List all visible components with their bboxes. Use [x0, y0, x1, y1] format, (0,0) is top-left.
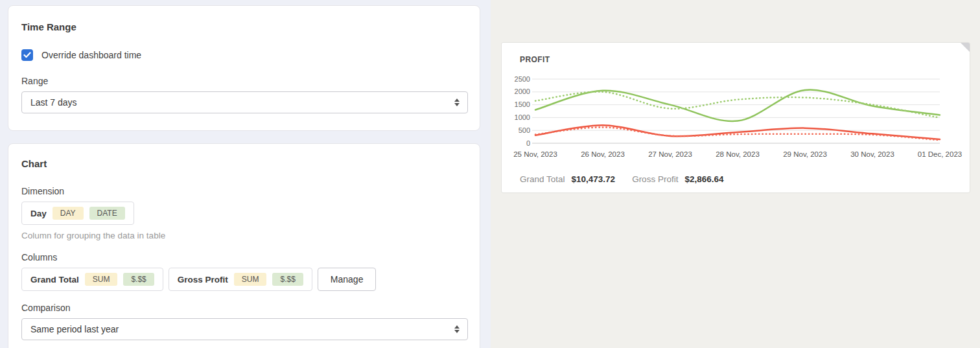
comparison-select[interactable]: Same period last year	[21, 318, 468, 340]
manage-columns-button[interactable]: Manage	[318, 268, 377, 291]
svg-text:2000: 2000	[515, 87, 530, 95]
svg-text:1000: 1000	[515, 113, 530, 121]
chart-settings-card: Chart Dimension Day DAY DATE Column for …	[8, 143, 480, 348]
dimension-chip-day[interactable]: Day DAY DATE	[21, 202, 134, 225]
summary-value: $10,473.72	[572, 174, 616, 184]
svg-text:0: 0	[526, 139, 530, 147]
comparison-select-value: Same period last year	[30, 324, 119, 334]
dimension-help-text: Column for grouping the data in table	[21, 231, 467, 240]
columns-label: Columns	[21, 252, 467, 262]
svg-text:27 Nov, 2023: 27 Nov, 2023	[648, 150, 692, 158]
comparison-label: Comparison	[21, 303, 467, 313]
summary-label: Grand Total	[520, 174, 565, 184]
column-chip-name: Grand Total	[30, 275, 79, 284]
settings-pane: Time Range Override dashboard time Range…	[0, 0, 491, 348]
summary-gross-profit: Gross Profit $2,866.64	[632, 174, 723, 184]
dimension-label: Dimension	[21, 186, 467, 196]
svg-text:2500: 2500	[515, 75, 530, 83]
column-agg-badge: SUM	[85, 273, 118, 286]
column-chip-gross-profit[interactable]: Gross Profit SUM $.$$	[169, 268, 312, 291]
column-chip-name: Gross Profit	[178, 275, 228, 284]
override-dashboard-time-checkbox[interactable]	[21, 49, 33, 61]
columns-section: Columns Grand Total SUM $.$$ Gross Profi…	[21, 252, 467, 291]
time-range-title: Time Range	[21, 21, 467, 32]
range-select-value: Last 7 days	[30, 97, 77, 108]
dimension-format-badge: DATE	[89, 207, 125, 220]
time-range-card: Time Range Override dashboard time Range…	[8, 5, 480, 131]
svg-text:25 Nov, 2023: 25 Nov, 2023	[513, 150, 557, 158]
chart-settings-title: Chart	[21, 158, 467, 169]
override-dashboard-time-row: Override dashboard time	[21, 49, 467, 61]
updown-arrows-icon	[454, 99, 460, 106]
range-select[interactable]: Last 7 days	[21, 91, 468, 113]
svg-text:28 Nov, 2023: 28 Nov, 2023	[716, 150, 760, 158]
svg-text:1500: 1500	[515, 100, 530, 108]
svg-text:26 Nov, 2023: 26 Nov, 2023	[581, 150, 625, 158]
column-format-badge: $.$$	[272, 273, 303, 286]
svg-text:29 Nov, 2023: 29 Nov, 2023	[783, 150, 827, 158]
column-agg-badge: SUM	[234, 273, 267, 286]
override-dashboard-time-label: Override dashboard time	[41, 50, 141, 60]
svg-text:01 Dec, 2023: 01 Dec, 2023	[918, 150, 962, 158]
fold-corner-decoration	[961, 43, 970, 52]
profit-widget-card: PROFIT 0500100015002000250025 Nov, 20232…	[501, 42, 970, 193]
profit-widget-title: PROFIT	[520, 55, 550, 64]
column-format-badge: $.$$	[123, 273, 154, 286]
profit-line-chart: 0500100015002000250025 Nov, 202326 Nov, …	[502, 74, 970, 165]
profit-summary-row: Grand Total $10,473.72 Gross Profit $2,8…	[520, 174, 723, 184]
dimension-section: Dimension Day DAY DATE Column for groupi…	[21, 186, 467, 240]
dimension-type-badge: DAY	[52, 207, 84, 220]
summary-value: $2,866.64	[684, 174, 723, 184]
preview-pane: PROFIT 0500100015002000250025 Nov, 20232…	[491, 0, 980, 348]
comparison-section: Comparison Same period last year	[21, 303, 467, 340]
svg-text:30 Nov, 2023: 30 Nov, 2023	[850, 150, 894, 158]
range-label: Range	[21, 76, 467, 86]
dimension-chip-name: Day	[30, 209, 47, 218]
updown-arrows-icon	[454, 325, 460, 333]
svg-text:500: 500	[519, 126, 530, 134]
summary-grand-total: Grand Total $10,473.72	[520, 174, 615, 184]
summary-label: Gross Profit	[632, 174, 678, 184]
column-chip-grand-total[interactable]: Grand Total SUM $.$$	[21, 268, 163, 291]
checkmark-icon	[23, 52, 31, 58]
